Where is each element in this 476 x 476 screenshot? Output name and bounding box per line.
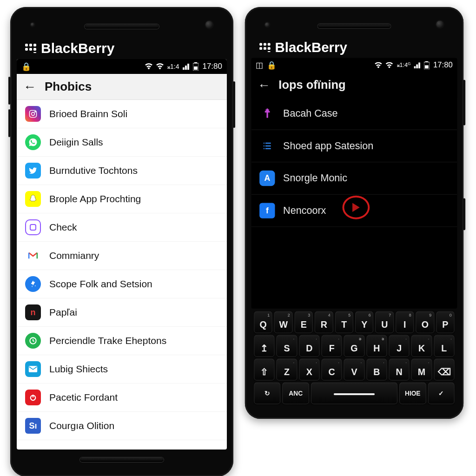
list-item[interactable]: Scope Folk and Setsion [17, 270, 227, 298]
list-item[interactable]: n Papľai [17, 298, 227, 327]
gmail-icon [25, 248, 41, 264]
key-hioe[interactable]: HIOE [399, 383, 426, 404]
volume-down-button[interactable] [8, 109, 10, 137]
list-item[interactable]: Commianry [17, 242, 227, 270]
signal-icon [414, 62, 421, 69]
key-v[interactable]: ·V [344, 359, 364, 381]
key-o[interactable]: 9O [416, 311, 435, 333]
list-item-label: Brople App Prochting [49, 193, 141, 205]
svg-point-5 [35, 112, 36, 112]
physical-keyboard[interactable]: 1Q 2W 3E 4R 5T 6Y 7U 8I 9O 0P ↥ ·S ·D ·F… [251, 309, 457, 412]
key-i[interactable]: 8I [396, 311, 414, 333]
wifi-icon [375, 62, 382, 69]
back-button[interactable]: ← [258, 79, 270, 91]
power-button[interactable] [233, 81, 235, 128]
battery-icon [424, 61, 430, 70]
list-item-label: Shoed app Satesion [283, 140, 373, 152]
title-bar: ← Phobics [17, 74, 227, 100]
blackberry-dots-icon [259, 43, 272, 52]
key-refresh[interactable]: ↻ [254, 383, 280, 404]
battery-icon [193, 62, 198, 71]
list-item[interactable]: Brioed Brainn Soli [17, 100, 227, 128]
key-x[interactable]: ·X [299, 359, 319, 381]
key-h[interactable]: əH [366, 335, 387, 357]
key-r[interactable]: 4R [315, 311, 333, 333]
list-item[interactable]: Lubig Shiects [17, 355, 227, 383]
key-d[interactable]: ·D [299, 335, 319, 357]
key-p[interactable]: 0P [436, 311, 455, 333]
key-k[interactable]: ·K [411, 335, 432, 357]
key-t[interactable]: 5T [335, 311, 353, 333]
svg-point-4 [32, 112, 35, 116]
list-item-label: Papľai [49, 307, 77, 318]
earpiece-speaker [318, 24, 391, 28]
list-item[interactable]: Perciendle Trake Eheptons [17, 327, 227, 355]
list-item-label: Pacetic Fordant [49, 392, 118, 403]
list-item-label: Nencoorx [283, 205, 326, 216]
lock-icon: 🔒 [21, 62, 31, 72]
key-q[interactable]: 1Q [254, 311, 272, 333]
sensor-icon [265, 22, 270, 27]
key-u[interactable]: 7U [376, 311, 394, 333]
volume-up-button[interactable] [8, 77, 10, 105]
list-item[interactable]: ☨ Bacah Case [251, 98, 457, 130]
key-c[interactable]: ·C [321, 359, 342, 381]
list-item[interactable]: Shoed app Satesion [251, 130, 457, 163]
svg-rect-11 [425, 65, 429, 68]
letter-n-icon: n [25, 304, 41, 320]
key-s[interactable]: ·S [277, 335, 297, 357]
signal-icon [183, 63, 189, 70]
list-item[interactable]: Burndutive Tochtons [17, 157, 227, 185]
settings-list[interactable]: ☨ Bacah Case Shoed app Satesion A Snorgl… [251, 98, 457, 227]
key-b[interactable]: ·B [366, 359, 387, 381]
power-icon [25, 390, 41, 405]
list-item[interactable]: Deiigin Salls [17, 128, 227, 157]
appstore-icon [25, 276, 41, 292]
back-button[interactable]: ← [23, 80, 36, 93]
front-camera-icon [436, 20, 443, 28]
list-item[interactable]: Brople App Prochting [17, 185, 227, 213]
key-y[interactable]: 6Y [355, 311, 374, 333]
network-text: 𝄪1:4 [167, 63, 179, 71]
key-backspace[interactable]: ⌫ [434, 359, 454, 381]
phone-top-hardware [17, 13, 227, 40]
list-item[interactable]: A Snorgle Monic [251, 162, 457, 195]
letter-a-icon: A [259, 171, 275, 186]
key-e[interactable]: 3E [294, 311, 313, 333]
key-l[interactable]: ·L [434, 335, 454, 357]
clock-icon [25, 333, 41, 349]
list-item[interactable]: Check [17, 213, 227, 242]
list-item-label: Brioed Brainn Soli [49, 108, 127, 119]
keyboard-row-2: ↥ ·S ·D ·F əG əH ·J ·K ·L [254, 335, 454, 357]
phone-device-left: BlackBerry 🔒 𝄪1:4 17:80 [10, 7, 233, 476]
keyboard-row-1: 1Q 2W 3E 4R 5T 6Y 7U 8I 9O 0P [254, 311, 454, 333]
list-item-label: Deiigin Salls [49, 137, 103, 148]
key-m[interactable]: ·M [411, 359, 432, 381]
key-j[interactable]: ·J [389, 335, 409, 357]
key-enter[interactable]: ✓ [428, 383, 454, 404]
list-item-label: Perciendle Trake Eheptons [49, 335, 166, 346]
sensor-icon [31, 23, 34, 26]
letter-s-icon: Sı [25, 418, 41, 434]
keyboard-row-4: ↻ ANC HIOE ✓ [254, 383, 454, 404]
key-w[interactable]: 2W [274, 311, 293, 333]
key-z[interactable]: ·Z [277, 359, 297, 381]
power-button[interactable] [463, 80, 465, 126]
page-title: Phobics [45, 79, 92, 94]
brand-text: BlackBerry [275, 40, 347, 55]
list-item-label: Lubig Shiects [49, 364, 108, 375]
key-up[interactable]: ↥ [254, 335, 274, 357]
list-item[interactable]: f Nencoorx [251, 195, 457, 227]
key-g[interactable]: əG [344, 335, 364, 357]
key-n[interactable]: ·N [389, 359, 409, 381]
screen: 🔒 𝄪1:4 17:80 ← Phobics [17, 59, 227, 450]
key-shift[interactable]: ⇧ [254, 359, 274, 381]
list-item[interactable]: Sı Courgıa Olition [17, 412, 227, 440]
app-list[interactable]: Brioed Brainn Soli Deiigin Salls Burndut… [17, 100, 227, 440]
key-anc[interactable]: ANC [283, 383, 309, 404]
list-item[interactable]: Pacetic Fordant [17, 383, 227, 412]
instagram-icon [25, 106, 41, 122]
key-space[interactable] [311, 383, 397, 404]
convenience-key[interactable] [463, 198, 465, 231]
key-f[interactable]: ·F [321, 335, 342, 357]
